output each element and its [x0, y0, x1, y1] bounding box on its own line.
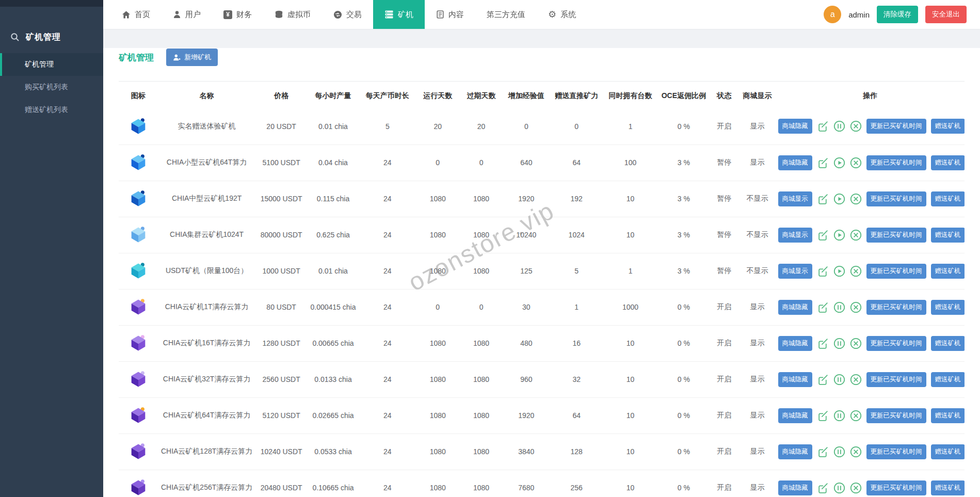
edit-button[interactable]	[817, 446, 829, 458]
update-bought-time-button[interactable]: 更新已买矿机时间	[866, 264, 926, 279]
add-miner-button[interactable]: 新增矿机	[166, 49, 218, 66]
update-bought-time-button[interactable]: 更新已买矿机时间	[866, 480, 926, 495]
cell-direct-push-power: 5	[550, 253, 603, 289]
mall-toggle-button[interactable]: 商城显示	[778, 228, 812, 243]
delete-button[interactable]	[850, 301, 862, 313]
sidebar-item-miner-manage[interactable]: 矿机管理	[0, 53, 103, 76]
cell-expire-days: 1080	[460, 434, 502, 470]
edit-icon	[817, 410, 829, 422]
mall-toggle-button[interactable]: 商城隐藏	[778, 119, 812, 134]
edit-button[interactable]	[817, 229, 829, 241]
nav-item-users[interactable]: 用户	[162, 0, 212, 29]
edit-button[interactable]	[817, 482, 829, 494]
cell-direct-push-power: 64	[550, 145, 603, 181]
toggle-status-button[interactable]	[833, 338, 845, 349]
toggle-status-button[interactable]	[833, 120, 845, 132]
edit-button[interactable]	[817, 338, 829, 349]
toggle-status-button[interactable]	[833, 265, 845, 277]
delete-button[interactable]	[850, 157, 862, 169]
delete-button[interactable]	[850, 338, 862, 349]
nav-item-third-party-recharge[interactable]: 第三方充值	[475, 0, 537, 29]
gift-miner-button[interactable]: 赠送矿机	[931, 372, 965, 387]
gift-miner-button[interactable]: 赠送矿机	[931, 408, 965, 423]
avatar[interactable]: a	[824, 6, 841, 23]
edit-button[interactable]	[817, 301, 829, 313]
logout-button[interactable]: 安全退出	[925, 6, 967, 23]
mall-toggle-button[interactable]: 商城隐藏	[778, 444, 812, 459]
toggle-status-button[interactable]	[833, 229, 845, 241]
delete-button[interactable]	[850, 410, 862, 422]
edit-button[interactable]	[817, 374, 829, 386]
cell-price: 20480 USDT	[256, 470, 307, 497]
miner-product-icon	[128, 188, 149, 209]
sidebar-item-gift-miner-list[interactable]: 赠送矿机列表	[0, 99, 103, 121]
coins-database-icon	[275, 10, 283, 19]
delete-button[interactable]	[850, 446, 862, 458]
cell-mall-display: 显示	[738, 145, 776, 181]
edit-button[interactable]	[817, 410, 829, 422]
cell-name: CHIA云矿机32T满存云算力	[157, 361, 256, 397]
gift-miner-button[interactable]: 赠送矿机	[931, 228, 965, 243]
toggle-status-button[interactable]	[833, 482, 845, 494]
sidebar-item-bought-miner-list[interactable]: 购买矿机列表	[0, 76, 103, 99]
update-bought-time-button[interactable]: 更新已买矿机时间	[866, 336, 926, 351]
mall-toggle-button[interactable]: 商城隐藏	[778, 300, 812, 315]
table-row: USDT矿机（限量100台） 1000 USDT 0.01 chia 24 10…	[119, 253, 965, 289]
mall-toggle-button[interactable]: 商城隐藏	[778, 155, 812, 170]
update-bought-time-button[interactable]: 更新已买矿机时间	[866, 444, 926, 459]
nav-item-content[interactable]: 内容	[425, 0, 475, 29]
table-row: CHIA云矿机256T满存云算力 20480 USDT 0.10665 chia…	[119, 470, 965, 497]
nav-item-trade[interactable]: 交易	[322, 0, 373, 29]
toggle-status-button[interactable]	[833, 446, 845, 458]
update-bought-time-button[interactable]: 更新已买矿机时间	[866, 155, 926, 170]
nav-item-miner[interactable]: 矿机	[373, 0, 425, 29]
edit-icon	[817, 157, 829, 169]
gift-miner-button[interactable]: 赠送矿机	[931, 444, 965, 459]
mall-toggle-button[interactable]: 商城显示	[778, 191, 812, 206]
update-bought-time-button[interactable]: 更新已买矿机时间	[866, 408, 926, 423]
mall-toggle-button[interactable]: 商城显示	[778, 264, 812, 279]
edit-icon	[817, 120, 829, 132]
update-bought-time-button[interactable]: 更新已买矿机时间	[866, 228, 926, 243]
cell-exp-gain: 10240	[503, 217, 550, 253]
edit-button[interactable]	[817, 157, 829, 169]
close-circle-icon	[850, 193, 862, 205]
delete-button[interactable]	[850, 193, 862, 205]
edit-button[interactable]	[817, 265, 829, 277]
mall-toggle-button[interactable]: 商城隐藏	[778, 372, 812, 387]
delete-button[interactable]	[850, 229, 862, 241]
clear-cache-button[interactable]: 清除缓存	[877, 6, 918, 23]
gift-miner-button[interactable]: 赠送矿机	[931, 264, 965, 279]
gift-miner-button[interactable]: 赠送矿机	[931, 300, 965, 315]
nav-item-finance[interactable]: ¥ 财务	[212, 0, 263, 29]
cell-status: 开启	[710, 289, 738, 325]
nav-item-system[interactable]: ⚙ 系统	[537, 0, 587, 29]
nav-item-virtual-coin[interactable]: 虚拟币	[263, 0, 322, 29]
nav-item-home[interactable]: 首页	[110, 0, 162, 29]
toggle-status-button[interactable]	[833, 301, 845, 313]
mall-toggle-button[interactable]: 商城隐藏	[778, 336, 812, 351]
delete-button[interactable]	[850, 374, 862, 386]
toggle-status-button[interactable]	[833, 157, 845, 169]
gift-miner-button[interactable]: 赠送矿机	[931, 480, 965, 495]
delete-button[interactable]	[850, 265, 862, 277]
toggle-status-button[interactable]	[833, 193, 845, 205]
gift-miner-button[interactable]: 赠送矿机	[931, 119, 965, 134]
update-bought-time-button[interactable]: 更新已买矿机时间	[866, 119, 926, 134]
update-bought-time-button[interactable]: 更新已买矿机时间	[866, 372, 926, 387]
edit-button[interactable]	[817, 120, 829, 132]
gift-miner-button[interactable]: 赠送矿机	[931, 336, 965, 351]
toggle-status-button[interactable]	[833, 410, 845, 422]
edit-button[interactable]	[817, 193, 829, 205]
update-bought-time-button[interactable]: 更新已买矿机时间	[866, 191, 926, 206]
delete-button[interactable]	[850, 482, 862, 494]
delete-button[interactable]	[850, 120, 862, 132]
mall-toggle-button[interactable]: 商城隐藏	[778, 480, 812, 495]
toggle-status-button[interactable]	[833, 374, 845, 386]
mall-toggle-button[interactable]: 商城隐藏	[778, 408, 812, 423]
cell-direct-push-power: 32	[550, 361, 603, 397]
update-bought-time-button[interactable]: 更新已买矿机时间	[866, 300, 926, 315]
gift-miner-button[interactable]: 赠送矿机	[931, 191, 965, 206]
cell-price: 15000 USDT	[256, 181, 307, 217]
gift-miner-button[interactable]: 赠送矿机	[931, 155, 965, 170]
